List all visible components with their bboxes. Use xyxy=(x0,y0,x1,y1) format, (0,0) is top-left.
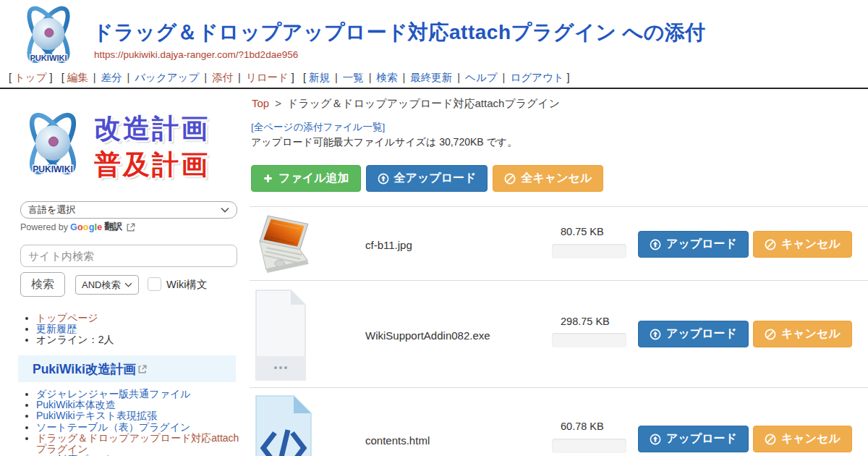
circle-arrow-up-icon xyxy=(378,173,389,185)
banner-line-kaizou: 改造計画 xyxy=(94,111,210,147)
nav-item-recent[interactable]: 最終更新 xyxy=(410,72,452,83)
separator: | xyxy=(503,72,506,83)
add-files-label: ファイル追加 xyxy=(278,171,349,186)
upload-toolbar: ファイル追加 全アップロード 全キャンセル xyxy=(251,165,603,192)
sidebar-item-core-mod[interactable]: PukiWiki本体改造 xyxy=(36,399,116,410)
site-search-input[interactable] xyxy=(20,245,237,267)
breadcrumb-top-link[interactable]: Top xyxy=(252,97,269,109)
google-logo-text: Google xyxy=(70,222,102,232)
sidebar-item-common-files[interactable]: ダジャレンジャー版共通ファイル xyxy=(36,388,191,400)
html-code-file-icon xyxy=(255,395,312,456)
wiki-syntax-label: Wiki構文 xyxy=(166,278,207,292)
separator: | xyxy=(335,72,338,83)
file-row: cf-b11.jpg 80.75 KB アップロード キャンセル xyxy=(250,206,868,280)
add-files-button[interactable]: ファイル追加 xyxy=(251,165,361,192)
sidebar-item-history[interactable]: 更新履歴 xyxy=(36,323,77,334)
powered-by-text: Powered by xyxy=(20,222,68,232)
file-size: 60.78 KB xyxy=(561,421,604,432)
cancel-button[interactable]: キャンセル xyxy=(753,231,852,258)
online-count: オンライン：2人 xyxy=(36,334,114,345)
row-actions: アップロード キャンセル xyxy=(638,231,852,258)
all-attachments-link[interactable]: [全ページの添付ファイル一覧] xyxy=(251,121,385,134)
ban-icon xyxy=(765,434,776,445)
banner-text: 改造計画 普及計画 xyxy=(94,111,210,183)
cancel-button[interactable]: キャンセル xyxy=(753,426,852,452)
circle-arrow-up-icon xyxy=(650,434,661,445)
upload-button[interactable]: アップロード xyxy=(638,321,749,347)
bracket: ] xyxy=(292,72,294,83)
list-item: ドラッグ＆ドロップアップロード対応attachプラグイン xyxy=(36,433,240,455)
search-button[interactable]: 検索 xyxy=(20,272,65,297)
separator: | xyxy=(238,72,241,83)
sidebar-banner[interactable]: PUKIWIKI 改造計画 普及計画 xyxy=(16,106,242,188)
list-item: ソートテーブル（表）プラグイン xyxy=(36,422,240,433)
cancel-label: キャンセル xyxy=(781,431,841,447)
nav-item-edit[interactable]: 編集 xyxy=(67,72,88,83)
sidebar-link-list-bottom: ダジャレンジャー版共通ファイル PukiWiki本体改造 PukiWikiテキス… xyxy=(22,389,240,456)
top-navigation: [トップ] [編集|差分|バックアップ|添付|リロード] [新規|一覧|検索|最… xyxy=(6,71,573,85)
nav-item-help[interactable]: ヘルプ xyxy=(465,72,498,83)
upload-all-button[interactable]: 全アップロード xyxy=(366,165,488,192)
file-size: 298.75 KB xyxy=(561,316,610,327)
ban-icon xyxy=(765,329,776,340)
plus-icon xyxy=(263,173,273,184)
nav-item-search[interactable]: 検索 xyxy=(377,72,398,83)
sidebar-item-text-ext[interactable]: PukiWikiテキスト表現拡張 xyxy=(36,410,157,421)
circle-arrow-up-icon xyxy=(650,329,661,340)
progress-bar xyxy=(552,244,626,258)
file-row: WikiSupportAddin082.exe 298.75 KB アップロード… xyxy=(250,280,868,387)
svg-text:PUKIWIKI: PUKIWIKI xyxy=(30,54,67,62)
file-size: 80.75 KB xyxy=(561,226,604,237)
nav-item-diff[interactable]: 差分 xyxy=(101,72,122,83)
chevron-down-icon xyxy=(221,207,229,213)
nav-item-attach[interactable]: 添付 xyxy=(212,72,233,83)
sidebar-item-toppage[interactable]: トップページ xyxy=(36,312,98,324)
google-translate-attribution: Powered by Google 翻訳 xyxy=(20,221,135,233)
separator: | xyxy=(127,72,129,83)
bracket: [ xyxy=(61,72,64,83)
chevron-down-icon xyxy=(124,282,132,287)
list-item: トップページ xyxy=(36,313,240,324)
nav-item-backup[interactable]: バックアップ xyxy=(135,72,199,83)
cancel-label: キャンセル xyxy=(781,326,841,342)
wiki-syntax-checkbox[interactable] xyxy=(148,277,161,291)
sidebar-item-dnd-attach[interactable]: ドラッグ＆ドロップアップロード対応attachプラグイン xyxy=(36,432,239,455)
cancel-all-label: 全キャンセル xyxy=(521,171,592,186)
upload-all-label: 全アップロード xyxy=(394,171,477,186)
row-actions: アップロード キャンセル xyxy=(638,426,852,452)
list-item: PukiWiki本体改造 xyxy=(36,400,240,410)
ban-icon xyxy=(765,239,776,250)
svg-text:PUKIWIKI: PUKIWIKI xyxy=(33,164,73,174)
translate-link[interactable]: 翻訳 xyxy=(104,221,122,233)
file-name: WikiSupportAddin082.exe xyxy=(365,329,490,342)
upload-button[interactable]: アップロード xyxy=(638,426,749,452)
nav-item-top[interactable]: トップ xyxy=(14,72,47,83)
sidebar-section-header[interactable]: PukiWiki改造計画 xyxy=(18,355,236,382)
upload-button[interactable]: アップロード xyxy=(638,231,749,258)
list-item: ダジャレンジャー版共通ファイル xyxy=(36,389,240,400)
upload-label: アップロード xyxy=(666,431,737,447)
cancel-all-button[interactable]: 全キャンセル xyxy=(493,165,603,192)
header-divider xyxy=(0,88,868,89)
list-item: PukiWikiテキスト表現拡張 xyxy=(36,410,240,421)
generic-file-icon xyxy=(255,290,306,381)
sidebar-item-sort-table[interactable]: ソートテーブル（表）プラグイン xyxy=(36,421,190,433)
language-select-value: 言語を選択 xyxy=(28,203,75,216)
language-select[interactable]: 言語を選択 xyxy=(20,201,237,219)
cancel-button[interactable]: キャンセル xyxy=(753,321,852,347)
separator: | xyxy=(93,72,96,83)
separator: | xyxy=(457,72,460,83)
banner-line-fukyuu: 普及計画 xyxy=(94,147,210,183)
nav-item-list[interactable]: 一覧 xyxy=(343,72,364,83)
file-name: contents.html xyxy=(365,434,430,447)
nav-item-reload[interactable]: リロード xyxy=(246,72,289,83)
nav-item-logout[interactable]: ログアウト xyxy=(510,72,563,83)
bracket: ] xyxy=(567,72,570,83)
search-mode-select[interactable]: AND検索 xyxy=(75,275,139,295)
nav-item-new[interactable]: 新規 xyxy=(309,72,330,83)
pukiwiki-attach-page: PUKIWIKI ドラッグ＆ドロップアップロード対応attachプラグイン への… xyxy=(0,0,868,456)
external-link-icon xyxy=(127,223,135,232)
list-item: 更新履歴 xyxy=(36,324,240,334)
pukiwiki-atom-logo[interactable]: PUKIWIKI xyxy=(10,4,87,72)
upload-file-list: cf-b11.jpg 80.75 KB アップロード キャンセル xyxy=(250,206,868,456)
